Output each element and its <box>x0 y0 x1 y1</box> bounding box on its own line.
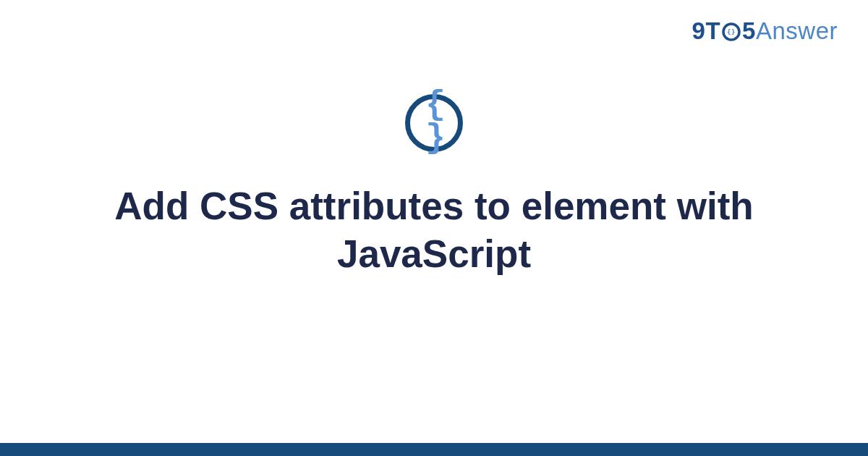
brace-glyph: { } <box>410 88 458 155</box>
brand-five: 5 <box>742 17 756 44</box>
svg-text:{}: {} <box>727 28 736 35</box>
brand-o-icon: {} <box>721 22 741 46</box>
css-badge-icon: { } <box>405 94 463 152</box>
brand-t: T <box>705 17 720 44</box>
brand-answer: Answer <box>756 17 838 44</box>
brand-nine: 9 <box>692 17 706 44</box>
brand-logo: 9T{}5Answer <box>692 19 838 46</box>
main-content: { } Add CSS attributes to element with J… <box>0 94 868 279</box>
footer-bar <box>0 443 868 456</box>
page-title: Add CSS attributes to element with JavaS… <box>0 182 868 279</box>
page: 9T{}5Answer { } Add CSS attributes to el… <box>0 0 868 456</box>
